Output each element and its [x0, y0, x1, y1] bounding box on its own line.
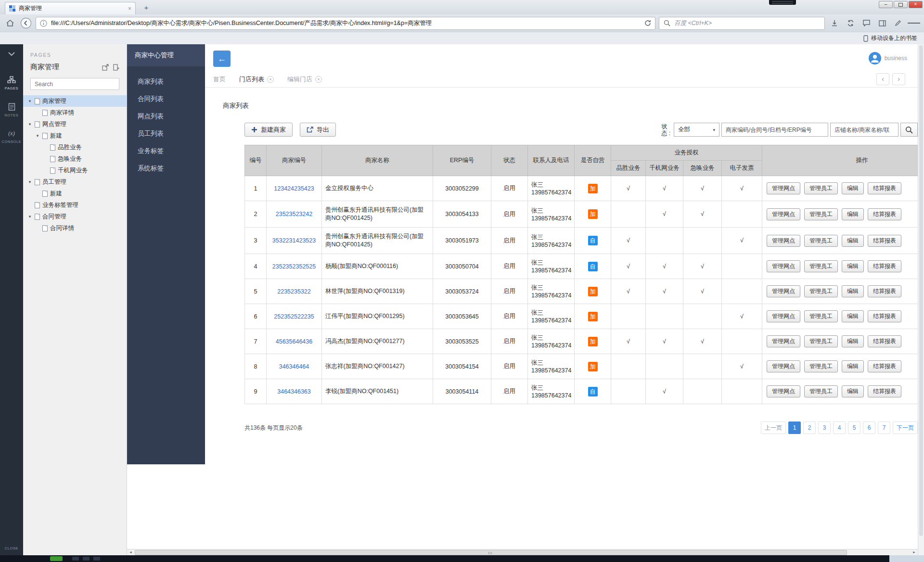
browser-back-button[interactable] — [20, 17, 32, 29]
shop-name-input[interactable] — [830, 123, 898, 137]
tree-item[interactable]: 合同详情 — [23, 222, 127, 234]
merchant-code-link[interactable]: 346346464 — [279, 363, 309, 370]
sidebar-item-4[interactable]: 员工列表 — [127, 125, 205, 142]
scroll-right-arrow[interactable]: ► — [911, 549, 918, 555]
row-action-button[interactable]: 管理员工 — [804, 285, 838, 297]
web-search-field[interactable]: 百度 <Ctrl+K> — [659, 17, 825, 30]
chevron-down-icon[interactable]: ▾ — [27, 122, 32, 127]
tree-item[interactable]: ▾员工管理 — [23, 176, 127, 188]
row-action-button[interactable]: 编辑 — [842, 310, 864, 322]
row-action-button[interactable]: 管理员工 — [804, 208, 838, 220]
rail-item-notes[interactable]: NOTES — [5, 103, 19, 117]
tree-item[interactable]: 商家详情 — [23, 107, 127, 118]
row-action-button[interactable]: 管理网点 — [767, 360, 800, 372]
status-select[interactable]: 全部 ▾ — [674, 123, 719, 137]
close-button[interactable]: × — [909, 1, 923, 8]
vertical-scrollbar-thumb[interactable] — [919, 45, 923, 536]
page-number-button[interactable]: 2 — [803, 422, 816, 434]
reload-icon[interactable] — [644, 20, 651, 26]
row-action-button[interactable]: 管理员工 — [804, 385, 838, 397]
menu-button[interactable] — [908, 17, 920, 29]
sidebar-item-5[interactable]: 业务标签 — [127, 142, 205, 160]
row-action-button[interactable]: 结算报表 — [868, 182, 901, 194]
messages-button[interactable] — [860, 17, 873, 29]
back-button[interactable]: ← — [213, 51, 231, 67]
row-action-button[interactable]: 编辑 — [842, 182, 864, 194]
horizontal-scrollbar-thumb[interactable] — [135, 550, 847, 555]
merchant-code-input[interactable] — [721, 123, 828, 137]
row-action-button[interactable]: 管理员工 — [804, 182, 838, 194]
tree-item[interactable]: ▾商家管理 — [23, 95, 127, 107]
url-field[interactable]: file:///C:/Users/Administrator/Desktop/商… — [36, 17, 655, 30]
row-action-button[interactable]: 管理网点 — [767, 310, 800, 322]
rail-item-pages[interactable]: PAGES — [5, 76, 18, 90]
sidebar-toggle-button[interactable] — [876, 17, 888, 29]
row-action-button[interactable]: 管理网点 — [767, 285, 800, 297]
chevron-down-icon[interactable]: ▾ — [35, 133, 40, 138]
tree-item[interactable]: 千机网业务 — [23, 165, 127, 176]
tab-close-icon[interactable]: × — [315, 76, 322, 83]
minimize-button[interactable]: – — [879, 1, 893, 8]
page-number-button[interactable]: 5 — [848, 422, 860, 434]
row-action-button[interactable]: 结算报表 — [868, 235, 901, 247]
page-number-button[interactable]: 3 — [818, 422, 831, 434]
prev-page-button[interactable]: 上一页 — [761, 422, 786, 434]
row-action-button[interactable]: 编辑 — [842, 360, 864, 372]
merchant-code-link[interactable]: 3532231423523 — [272, 237, 316, 244]
sidebar-item-3[interactable]: 网点列表 — [127, 108, 205, 125]
row-action-button[interactable]: 管理员工 — [804, 310, 838, 322]
pages-search-input[interactable] — [35, 81, 115, 88]
scroll-left-arrow[interactable]: ◄ — [127, 549, 134, 555]
row-action-button[interactable]: 结算报表 — [868, 208, 901, 220]
tree-item[interactable]: 品胜业务 — [23, 141, 127, 153]
export-button[interactable]: 导出 — [300, 123, 336, 137]
row-action-button[interactable]: 编辑 — [842, 335, 864, 347]
sidebar-item-2[interactable]: 合同列表 — [127, 90, 205, 108]
downloads-button[interactable] — [828, 17, 841, 29]
search-button[interactable] — [900, 123, 918, 137]
rail-item-console[interactable]: (x) CONSOLE — [2, 130, 22, 144]
tree-item[interactable]: ▾网点管理 — [23, 118, 127, 130]
page-number-button[interactable]: 7 — [878, 422, 890, 434]
row-action-button[interactable]: 结算报表 — [868, 285, 901, 297]
sidebar-item-6[interactable]: 系统标签 — [127, 160, 205, 177]
browser-tab[interactable]: 商家管理 × — [5, 2, 136, 14]
row-action-button[interactable]: 管理员工 — [804, 260, 838, 272]
rail-item-close[interactable]: CLOSE — [0, 546, 23, 550]
next-page-button[interactable]: 下一页 — [893, 422, 918, 434]
row-action-button[interactable]: 结算报表 — [868, 310, 901, 322]
home-button[interactable] — [4, 17, 16, 29]
row-action-button[interactable]: 管理网点 — [767, 335, 800, 347]
pages-search-box[interactable] — [30, 78, 119, 90]
row-action-button[interactable]: 管理网点 — [767, 385, 800, 397]
new-merchant-button[interactable]: 新建商家 — [244, 123, 293, 137]
tab-close-icon[interactable]: × — [267, 76, 274, 83]
maximize-button[interactable] — [894, 1, 908, 8]
merchant-code-link[interactable]: 252352522235 — [274, 313, 314, 320]
row-action-button[interactable]: 管理网点 — [767, 260, 800, 272]
merchant-code-link[interactable]: 2352352352525 — [272, 263, 316, 270]
row-action-button[interactable]: 管理员工 — [804, 235, 838, 247]
tree-item[interactable]: 新建 — [23, 188, 127, 199]
row-action-button[interactable]: 编辑 — [842, 260, 864, 272]
tabs-scroll-right-button[interactable]: › — [892, 73, 905, 85]
row-action-button[interactable]: 编辑 — [842, 235, 864, 247]
mobile-bookmarks-link[interactable]: 移动设备上的书签 — [871, 34, 917, 42]
row-action-button[interactable]: 管理员工 — [804, 335, 838, 347]
page-number-button[interactable]: 1 — [788, 422, 801, 434]
merchant-code-link[interactable]: 3464346363 — [277, 388, 311, 395]
merchant-code-link[interactable]: 23523523242 — [276, 211, 312, 217]
tree-item[interactable]: 急唤业务 — [23, 153, 127, 165]
vertical-scrollbar[interactable] — [918, 44, 924, 555]
row-action-button[interactable]: 管理网点 — [767, 182, 800, 194]
tree-item[interactable]: 业务标签管理 — [23, 199, 127, 211]
page-tab[interactable]: 首页 — [213, 75, 226, 84]
page-number-button[interactable]: 6 — [863, 422, 875, 434]
chevron-down-icon[interactable]: ▾ — [27, 214, 32, 219]
row-action-button[interactable]: 编辑 — [842, 285, 864, 297]
share-icon[interactable] — [102, 64, 109, 71]
row-action-button[interactable]: 结算报表 — [868, 360, 901, 372]
row-action-button[interactable]: 编辑 — [842, 385, 864, 397]
row-action-button[interactable]: 管理网点 — [767, 235, 800, 247]
row-action-button[interactable]: 结算报表 — [868, 260, 901, 272]
